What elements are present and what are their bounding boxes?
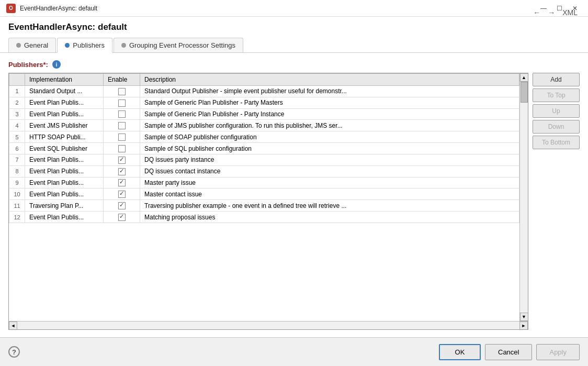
tab-label-grouping: Grouping Event Processor Settings bbox=[129, 41, 235, 49]
xml-button[interactable]: XML bbox=[560, 7, 580, 18]
cell-enable[interactable] bbox=[104, 143, 140, 154]
checkbox-unchecked[interactable] bbox=[118, 99, 126, 107]
cell-row-num: 3 bbox=[9, 108, 25, 120]
table-row[interactable]: 4Event JMS PublisherSample of JMS publis… bbox=[9, 120, 519, 131]
to-bottom-button[interactable]: To Bottom bbox=[533, 136, 580, 149]
publishers-label-area: Publishers*: i bbox=[8, 60, 580, 69]
tab-label-general: General bbox=[24, 41, 48, 49]
cell-implementation: Traversing Plan P... bbox=[25, 200, 104, 212]
table-row[interactable]: 1Standard Output ...Standard Output Publ… bbox=[9, 86, 519, 97]
table-row[interactable]: 9Event Plan Publis...Master party issue bbox=[9, 177, 519, 188]
header-toolbar: ← → XML bbox=[531, 7, 580, 18]
table-row[interactable]: 6Event SQL PublisherSample of SQL publis… bbox=[9, 143, 519, 154]
vertical-scrollbar[interactable]: ▲ ▼ bbox=[519, 73, 528, 321]
info-icon[interactable]: i bbox=[52, 60, 61, 69]
scroll-down-button[interactable]: ▼ bbox=[520, 313, 528, 321]
cell-enable[interactable] bbox=[104, 97, 140, 108]
cell-row-num: 4 bbox=[9, 120, 25, 131]
checkbox-unchecked[interactable] bbox=[118, 88, 126, 95]
publishers-table: Implementation Enable Description 1Stand… bbox=[9, 73, 519, 223]
cell-enable[interactable] bbox=[104, 108, 140, 120]
scroll-left-button[interactable]: ◄ bbox=[9, 321, 17, 330]
bottom-left: ? bbox=[8, 346, 20, 358]
forward-button[interactable]: → bbox=[546, 7, 557, 18]
up-button[interactable]: Up bbox=[533, 104, 580, 118]
table-row[interactable]: 2Event Plan Publis...Sample of Generic P… bbox=[9, 97, 519, 108]
cell-enable[interactable] bbox=[104, 120, 140, 131]
table-row[interactable]: 11Traversing Plan P...Traversing publish… bbox=[9, 200, 519, 212]
cell-implementation: Event Plan Publis... bbox=[25, 212, 104, 223]
cell-description: Traversing publisher example - one event… bbox=[140, 200, 519, 212]
cell-implementation: Standard Output ... bbox=[25, 86, 104, 97]
apply-button[interactable]: Apply bbox=[536, 344, 580, 360]
checkbox-checked[interactable] bbox=[118, 157, 126, 164]
down-button[interactable]: Down bbox=[533, 120, 580, 134]
table-row[interactable]: 8Event Plan Publis...DQ issues contact i… bbox=[9, 165, 519, 177]
checkbox-checked[interactable] bbox=[118, 179, 126, 186]
cell-description: Matching proposal issues bbox=[140, 212, 519, 223]
tab-dot-publishers bbox=[65, 43, 70, 48]
scroll-track bbox=[520, 82, 528, 313]
table-row[interactable]: 10Event Plan Publis...Master contact iss… bbox=[9, 188, 519, 200]
cell-row-num: 11 bbox=[9, 200, 25, 212]
cell-row-num: 10 bbox=[9, 188, 25, 200]
horizontal-scrollbar[interactable]: ◄ ► bbox=[9, 321, 528, 329]
table-scroll-container: Implementation Enable Description 1Stand… bbox=[8, 73, 528, 330]
cell-enable[interactable] bbox=[104, 177, 140, 188]
cell-description: Standard Output Publisher - simple event… bbox=[140, 86, 519, 97]
cell-implementation: Event Plan Publis... bbox=[25, 154, 104, 165]
cell-enable[interactable] bbox=[104, 165, 140, 177]
checkbox-unchecked[interactable] bbox=[118, 110, 126, 118]
cell-description: Sample of SOAP publisher configuration bbox=[140, 131, 519, 143]
scroll-up-button[interactable]: ▲ bbox=[520, 73, 528, 82]
title-bar-left: O EventHandlerAsync: default bbox=[6, 4, 97, 13]
checkbox-unchecked[interactable] bbox=[118, 122, 126, 129]
tab-general[interactable]: General bbox=[8, 38, 56, 52]
table-wrapper[interactable]: Implementation Enable Description 1Stand… bbox=[9, 73, 519, 321]
cell-enable[interactable] bbox=[104, 212, 140, 223]
cell-implementation: Event JMS Publisher bbox=[25, 120, 104, 131]
back-button[interactable]: ← bbox=[531, 7, 542, 18]
table-container-wrapper: Implementation Enable Description 1Stand… bbox=[8, 73, 580, 330]
cell-row-num: 2 bbox=[9, 97, 25, 108]
table-row[interactable]: 3Event Plan Publis...Sample of Generic P… bbox=[9, 108, 519, 120]
cell-enable[interactable] bbox=[104, 188, 140, 200]
ok-button[interactable]: OK bbox=[439, 344, 481, 360]
tab-publishers[interactable]: Publishers bbox=[57, 38, 112, 53]
cancel-button[interactable]: Cancel bbox=[485, 344, 532, 360]
tab-label-publishers: Publishers bbox=[73, 41, 105, 49]
checkbox-checked[interactable] bbox=[118, 202, 126, 209]
scroll-right-button[interactable]: ► bbox=[519, 321, 528, 330]
cell-row-num: 8 bbox=[9, 165, 25, 177]
cell-implementation: Event SQL Publisher bbox=[25, 143, 104, 154]
checkbox-checked[interactable] bbox=[118, 168, 126, 175]
col-header-num bbox=[9, 74, 25, 86]
cell-description: Sample of Generic Plan Publisher - Party… bbox=[140, 97, 519, 108]
checkbox-unchecked[interactable] bbox=[118, 134, 126, 141]
cell-enable[interactable] bbox=[104, 131, 140, 143]
cell-row-num: 12 bbox=[9, 212, 25, 223]
cell-implementation: Event Plan Publis... bbox=[25, 177, 104, 188]
right-buttons: Add To Top Up Down To Bottom bbox=[533, 73, 580, 330]
to-top-button[interactable]: To Top bbox=[533, 88, 580, 102]
tab-grouping[interactable]: Grouping Event Processor Settings bbox=[114, 38, 243, 52]
cell-enable[interactable] bbox=[104, 154, 140, 165]
window-title: EventHandlerAsync: default bbox=[8, 22, 580, 32]
cell-enable[interactable] bbox=[104, 200, 140, 212]
add-button[interactable]: Add bbox=[533, 73, 580, 86]
checkbox-checked[interactable] bbox=[118, 214, 126, 221]
cell-row-num: 5 bbox=[9, 131, 25, 143]
scroll-thumb[interactable] bbox=[521, 82, 528, 103]
table-row[interactable]: 7Event Plan Publis...DQ issues party ins… bbox=[9, 154, 519, 165]
table-row[interactable]: 12Event Plan Publis...Matching proposal … bbox=[9, 212, 519, 223]
checkbox-unchecked[interactable] bbox=[118, 145, 126, 152]
table-row[interactable]: 5HTTP SOAP Publi...Sample of SOAP publis… bbox=[9, 131, 519, 143]
tabs: General Publishers Grouping Event Proces… bbox=[8, 38, 580, 52]
cell-enable[interactable] bbox=[104, 86, 140, 97]
checkbox-checked[interactable] bbox=[118, 191, 126, 198]
help-icon[interactable]: ? bbox=[8, 346, 20, 358]
header-area: ← → XML EventHandlerAsync: default Gener… bbox=[0, 17, 588, 53]
col-header-desc: Description bbox=[140, 74, 519, 86]
title-bar-title: EventHandlerAsync: default bbox=[20, 5, 97, 12]
cell-row-num: 7 bbox=[9, 154, 25, 165]
